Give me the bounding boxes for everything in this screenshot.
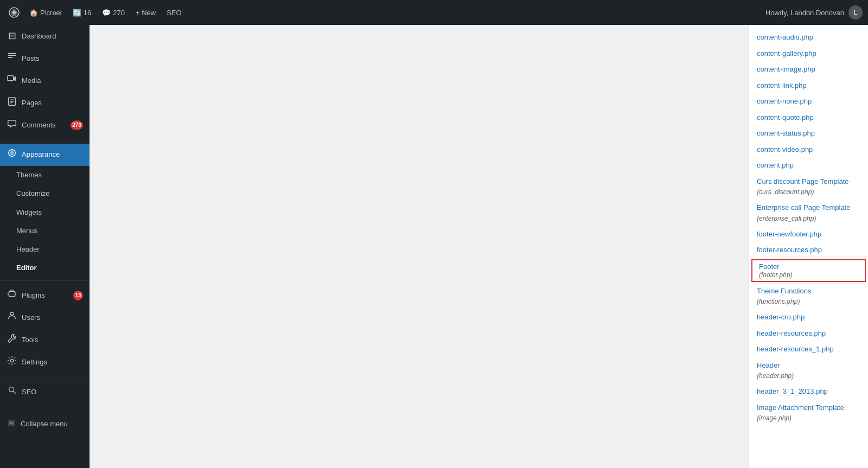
file-subtitle: (functions.php) xyxy=(757,297,860,306)
new-link[interactable]: + New xyxy=(131,0,160,25)
svg-rect-8 xyxy=(10,101,14,101)
svg-rect-3 xyxy=(8,55,16,56)
sidebar-item-appearance[interactable]: Appearance xyxy=(0,144,90,166)
sidebar-item-header[interactable]: Header xyxy=(0,240,90,259)
file-item-content-link[interactable]: content-link.php xyxy=(749,78,868,94)
file-item-content-image[interactable]: content-image.php xyxy=(749,61,868,78)
editor-label: Editor xyxy=(16,263,37,273)
sidebar-item-menus[interactable]: Menus xyxy=(0,222,90,240)
sidebar-item-comments[interactable]: Comments 270 xyxy=(0,114,90,137)
appearance-submenu: Themes Customize Widgets Menus Header Ed… xyxy=(0,166,90,277)
updates-link[interactable]: 🔄 16 xyxy=(68,0,95,25)
file-item-content-none[interactable]: content-none.php xyxy=(749,93,868,110)
file-name: header_3_1_2013.php xyxy=(757,387,828,395)
sidebar-label-settings: Settings xyxy=(22,357,47,367)
file-name: header-resources_1.php xyxy=(757,345,834,353)
dashboard-icon: ⊟ xyxy=(7,29,17,43)
svg-rect-5 xyxy=(8,76,14,81)
file-name: footer-resources.php xyxy=(757,246,822,254)
file-name: content-quote.php xyxy=(757,113,814,121)
sidebar-label-users: Users xyxy=(22,313,40,323)
file-subtitle: (image.php) xyxy=(757,413,860,423)
sidebar-label-tools: Tools xyxy=(22,335,38,345)
sidebar-item-editor[interactable]: Editor xyxy=(0,259,90,277)
file-item-footer-newfooter[interactable]: footer-newfooter.php xyxy=(749,226,868,242)
file-name: header-cro.php xyxy=(757,313,805,321)
file-item-enterprise-call[interactable]: Enterprise call Page Template (enterpris… xyxy=(749,200,868,226)
file-item-header-3-1-2013[interactable]: header_3_1_2013.php xyxy=(749,383,868,400)
file-name: footer-newfooter.php xyxy=(757,230,821,238)
sidebar: ⊟ Dashboard Posts Media Pages xyxy=(0,25,90,468)
comments-sidebar-icon xyxy=(7,119,17,132)
sidebar-item-media[interactable]: Media xyxy=(0,69,90,92)
site-name-link[interactable]: 🏠 Picreel xyxy=(25,0,66,25)
file-item-footer-highlighted[interactable]: Footer (footer.php) xyxy=(751,259,866,282)
sidebar-item-customize[interactable]: Customize xyxy=(0,184,90,203)
collapse-menu[interactable]: Collapse menu xyxy=(0,414,90,434)
sidebar-label-seo: SEO xyxy=(22,387,36,397)
sidebar-label-posts: Posts xyxy=(22,54,40,63)
file-item-header-cro[interactable]: header-cro.php xyxy=(749,309,868,325)
users-icon xyxy=(7,311,17,324)
file-item-header[interactable]: Header (header.php) xyxy=(749,357,868,384)
file-name: header-resources.php xyxy=(757,329,826,337)
svg-point-14 xyxy=(10,359,13,362)
file-subtitle: (curs_discount.php) xyxy=(757,187,860,197)
file-item-content-video[interactable]: content-video.php xyxy=(749,142,868,158)
file-item-theme-functions[interactable]: Theme Functions (functions.php) xyxy=(749,283,868,310)
sidebar-label-media: Media xyxy=(22,76,41,86)
sidebar-item-settings[interactable]: Settings xyxy=(0,351,90,374)
customize-label: Customize xyxy=(16,189,49,198)
file-item-header-resources-1[interactable]: header-resources_1.php xyxy=(749,341,868,357)
sidebar-item-seo[interactable]: SEO xyxy=(0,381,90,403)
comments-link[interactable]: 💬 270 xyxy=(98,0,129,25)
file-name: content-audio.php xyxy=(757,33,813,41)
sidebar-item-pages[interactable]: Pages xyxy=(0,92,90,114)
collapse-icon xyxy=(7,418,16,429)
sidebar-label-pages: Pages xyxy=(22,98,42,108)
file-name: content-gallery.php xyxy=(757,49,816,57)
plugins-badge: 13 xyxy=(73,291,83,300)
media-icon xyxy=(7,74,17,87)
file-name: Footer xyxy=(759,262,780,271)
seo-icon xyxy=(7,385,17,399)
file-item-footer-resources[interactable]: footer-resources.php xyxy=(749,242,868,258)
header-label: Header xyxy=(16,245,40,254)
tools-icon xyxy=(7,334,17,347)
pages-icon xyxy=(7,97,17,110)
file-name: content-link.php xyxy=(757,81,807,89)
svg-rect-7 xyxy=(10,99,14,100)
file-name: Header xyxy=(757,361,780,369)
svg-rect-9 xyxy=(10,102,12,102)
file-subtitle: (enterprise_call.php) xyxy=(757,214,860,223)
file-item-content-audio[interactable]: content-audio.php xyxy=(749,29,868,46)
file-item-content[interactable]: content.php xyxy=(749,157,868,174)
file-item-image-attachment[interactable]: Image Attachment Template (image.php) xyxy=(749,400,868,426)
file-name: content.php xyxy=(757,161,794,169)
widgets-label: Widgets xyxy=(16,208,42,217)
file-item-curs-discount[interactable]: Curs discount Page Template (curs_discou… xyxy=(749,174,868,200)
file-item-content-gallery[interactable]: content-gallery.php xyxy=(749,46,868,62)
sidebar-item-themes[interactable]: Themes xyxy=(0,166,90,184)
sidebar-item-dashboard[interactable]: ⊟ Dashboard xyxy=(0,25,90,47)
main-content xyxy=(90,25,749,468)
sidebar-item-tools[interactable]: Tools xyxy=(0,329,90,351)
comments-badge: 270 xyxy=(71,120,83,130)
comments-icon: 💬 xyxy=(102,9,111,17)
file-item-content-quote[interactable]: content-quote.php xyxy=(749,110,868,126)
file-item-content-status[interactable]: content-status.php xyxy=(749,125,868,142)
file-item-header-resources[interactable]: header-resources.php xyxy=(749,325,868,342)
sidebar-item-widgets[interactable]: Widgets xyxy=(0,203,90,222)
sidebar-item-users[interactable]: Users xyxy=(0,306,90,329)
svg-point-1 xyxy=(12,11,16,14)
svg-rect-2 xyxy=(8,53,16,54)
seo-link[interactable]: SEO xyxy=(162,0,186,25)
sidebar-item-plugins[interactable]: Plugins 13 xyxy=(0,284,90,306)
sidebar-item-posts[interactable]: Posts xyxy=(0,47,90,69)
file-name: content-video.php xyxy=(757,145,813,153)
plugins-icon xyxy=(7,289,17,302)
wp-logo-icon[interactable] xyxy=(5,4,23,21)
avatar[interactable]: L xyxy=(848,5,863,20)
site-icon: 🏠 xyxy=(29,9,38,17)
themes-label: Themes xyxy=(16,170,42,180)
